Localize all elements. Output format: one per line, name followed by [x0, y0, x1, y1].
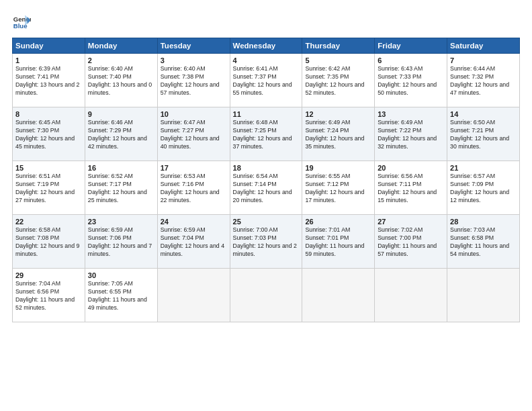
- day-number: 19: [305, 164, 371, 172]
- calendar-week-2: 8 Sunrise: 6:45 AMSunset: 7:30 PMDayligh…: [13, 107, 520, 161]
- calendar-cell: 24 Sunrise: 6:59 AMSunset: 7:04 PMDaylig…: [157, 215, 230, 269]
- day-number: 30: [88, 271, 154, 279]
- day-number: 6: [378, 56, 444, 64]
- calendar-cell: 14 Sunrise: 6:50 AMSunset: 7:21 PMDaylig…: [447, 107, 520, 161]
- logo-icon: General Blue: [12, 12, 31, 31]
- calendar-header-row: SundayMondayTuesdayWednesdayThursdayFrid…: [13, 38, 520, 54]
- calendar-page: General Blue SundayMondayTuesdayWednesda…: [0, 0, 532, 411]
- day-info: Sunrise: 7:01 AMSunset: 7:01 PMDaylight:…: [305, 226, 371, 259]
- weekday-header-sunday: Sunday: [13, 38, 85, 54]
- calendar-table: SundayMondayTuesdayWednesdayThursdayFrid…: [12, 38, 520, 322]
- calendar-cell: 3 Sunrise: 6:40 AMSunset: 7:38 PMDayligh…: [157, 54, 230, 107]
- calendar-cell: 1 Sunrise: 6:39 AMSunset: 7:41 PMDayligh…: [13, 54, 85, 107]
- day-number: 3: [161, 56, 227, 64]
- weekday-header-tuesday: Tuesday: [157, 38, 230, 54]
- day-info: Sunrise: 6:58 AMSunset: 7:08 PMDaylight:…: [15, 226, 82, 259]
- day-info: Sunrise: 6:50 AMSunset: 7:21 PMDaylight:…: [450, 119, 517, 151]
- day-info: Sunrise: 6:56 AMSunset: 7:11 PMDaylight:…: [378, 173, 444, 205]
- calendar-cell: 26 Sunrise: 7:01 AMSunset: 7:01 PMDaylig…: [302, 215, 375, 269]
- calendar-week-1: 1 Sunrise: 6:39 AMSunset: 7:41 PMDayligh…: [13, 54, 520, 107]
- calendar-cell: 4 Sunrise: 6:41 AMSunset: 7:37 PMDayligh…: [230, 54, 302, 107]
- calendar-cell: 16 Sunrise: 6:52 AMSunset: 7:17 PMDaylig…: [85, 161, 157, 215]
- day-info: Sunrise: 6:47 AMSunset: 7:27 PMDaylight:…: [161, 119, 227, 151]
- day-info: Sunrise: 6:48 AMSunset: 7:25 PMDaylight:…: [233, 119, 300, 151]
- calendar-cell: 18 Sunrise: 6:54 AMSunset: 7:14 PMDaylig…: [230, 161, 302, 215]
- day-info: Sunrise: 7:03 AMSunset: 6:58 PMDaylight:…: [450, 226, 517, 259]
- day-info: Sunrise: 6:43 AMSunset: 7:33 PMDaylight:…: [378, 65, 444, 97]
- day-number: 11: [233, 110, 300, 118]
- day-number: 9: [88, 110, 154, 118]
- day-number: 29: [15, 271, 82, 279]
- calendar-cell: 23 Sunrise: 6:59 AMSunset: 7:06 PMDaylig…: [85, 215, 157, 269]
- day-number: 18: [233, 164, 300, 172]
- day-info: Sunrise: 7:05 AMSunset: 6:55 PMDaylight:…: [88, 280, 154, 312]
- day-info: Sunrise: 6:45 AMSunset: 7:30 PMDaylight:…: [15, 119, 82, 151]
- calendar-cell: 20 Sunrise: 6:56 AMSunset: 7:11 PMDaylig…: [375, 161, 447, 215]
- calendar-cell: 30 Sunrise: 7:05 AMSunset: 6:55 PMDaylig…: [85, 269, 157, 322]
- day-number: 23: [88, 218, 154, 226]
- calendar-cell: [375, 269, 447, 322]
- day-info: Sunrise: 6:44 AMSunset: 7:32 PMDaylight:…: [450, 65, 517, 97]
- day-info: Sunrise: 6:41 AMSunset: 7:37 PMDaylight:…: [233, 65, 300, 97]
- calendar-cell: 25 Sunrise: 7:00 AMSunset: 7:03 PMDaylig…: [230, 215, 302, 269]
- day-info: Sunrise: 6:59 AMSunset: 7:06 PMDaylight:…: [88, 226, 154, 259]
- calendar-week-5: 29 Sunrise: 7:04 AMSunset: 6:56 PMDaylig…: [13, 269, 520, 322]
- day-info: Sunrise: 6:49 AMSunset: 7:24 PMDaylight:…: [305, 119, 371, 151]
- day-number: 25: [233, 218, 300, 226]
- weekday-header-thursday: Thursday: [302, 38, 375, 54]
- day-number: 17: [161, 164, 227, 172]
- day-number: 5: [305, 56, 371, 64]
- calendar-cell: 6 Sunrise: 6:43 AMSunset: 7:33 PMDayligh…: [375, 54, 447, 107]
- page-header: General Blue: [12, 12, 520, 31]
- day-number: 28: [450, 218, 517, 226]
- weekday-header-friday: Friday: [375, 38, 447, 54]
- day-number: 14: [450, 110, 517, 118]
- day-number: 12: [305, 110, 371, 118]
- day-number: 13: [378, 110, 444, 118]
- day-info: Sunrise: 6:54 AMSunset: 7:14 PMDaylight:…: [233, 173, 300, 205]
- day-number: 22: [15, 218, 82, 226]
- day-number: 15: [15, 164, 82, 172]
- day-number: 21: [450, 164, 517, 172]
- day-info: Sunrise: 7:02 AMSunset: 7:00 PMDaylight:…: [378, 226, 444, 259]
- calendar-cell: 9 Sunrise: 6:46 AMSunset: 7:29 PMDayligh…: [85, 107, 157, 161]
- calendar-cell: 10 Sunrise: 6:47 AMSunset: 7:27 PMDaylig…: [157, 107, 230, 161]
- day-number: 27: [378, 218, 444, 226]
- day-info: Sunrise: 6:40 AMSunset: 7:38 PMDaylight:…: [161, 65, 227, 97]
- day-info: Sunrise: 7:00 AMSunset: 7:03 PMDaylight:…: [233, 226, 300, 259]
- calendar-week-3: 15 Sunrise: 6:51 AMSunset: 7:19 PMDaylig…: [13, 161, 520, 215]
- day-info: Sunrise: 7:04 AMSunset: 6:56 PMDaylight:…: [15, 280, 82, 312]
- day-info: Sunrise: 6:57 AMSunset: 7:09 PMDaylight:…: [450, 173, 517, 205]
- calendar-cell: 27 Sunrise: 7:02 AMSunset: 7:00 PMDaylig…: [375, 215, 447, 269]
- calendar-cell: 2 Sunrise: 6:40 AMSunset: 7:40 PMDayligh…: [85, 54, 157, 107]
- calendar-cell: 8 Sunrise: 6:45 AMSunset: 7:30 PMDayligh…: [13, 107, 85, 161]
- day-number: 4: [233, 56, 300, 64]
- day-info: Sunrise: 6:46 AMSunset: 7:29 PMDaylight:…: [88, 119, 154, 151]
- calendar-cell: 11 Sunrise: 6:48 AMSunset: 7:25 PMDaylig…: [230, 107, 302, 161]
- calendar-cell: [157, 269, 230, 322]
- day-info: Sunrise: 6:55 AMSunset: 7:12 PMDaylight:…: [305, 173, 371, 205]
- day-number: 7: [450, 56, 517, 64]
- calendar-body: 1 Sunrise: 6:39 AMSunset: 7:41 PMDayligh…: [13, 54, 520, 322]
- day-info: Sunrise: 6:40 AMSunset: 7:40 PMDaylight:…: [88, 65, 154, 97]
- calendar-cell: [447, 269, 520, 322]
- calendar-cell: 21 Sunrise: 6:57 AMSunset: 7:09 PMDaylig…: [447, 161, 520, 215]
- day-number: 8: [15, 110, 82, 118]
- day-info: Sunrise: 6:42 AMSunset: 7:35 PMDaylight:…: [305, 65, 371, 97]
- calendar-cell: [230, 269, 302, 322]
- day-info: Sunrise: 6:59 AMSunset: 7:04 PMDaylight:…: [161, 226, 227, 259]
- day-number: 24: [161, 218, 227, 226]
- day-number: 2: [88, 56, 154, 64]
- calendar-cell: 22 Sunrise: 6:58 AMSunset: 7:08 PMDaylig…: [13, 215, 85, 269]
- calendar-cell: 12 Sunrise: 6:49 AMSunset: 7:24 PMDaylig…: [302, 107, 375, 161]
- day-number: 10: [161, 110, 227, 118]
- day-info: Sunrise: 6:51 AMSunset: 7:19 PMDaylight:…: [15, 173, 82, 205]
- calendar-cell: 17 Sunrise: 6:53 AMSunset: 7:16 PMDaylig…: [157, 161, 230, 215]
- day-number: 26: [305, 218, 371, 226]
- day-info: Sunrise: 6:53 AMSunset: 7:16 PMDaylight:…: [161, 173, 227, 205]
- calendar-cell: 19 Sunrise: 6:55 AMSunset: 7:12 PMDaylig…: [302, 161, 375, 215]
- day-number: 16: [88, 164, 154, 172]
- weekday-header-monday: Monday: [85, 38, 157, 54]
- calendar-cell: 15 Sunrise: 6:51 AMSunset: 7:19 PMDaylig…: [13, 161, 85, 215]
- day-number: 1: [15, 56, 82, 64]
